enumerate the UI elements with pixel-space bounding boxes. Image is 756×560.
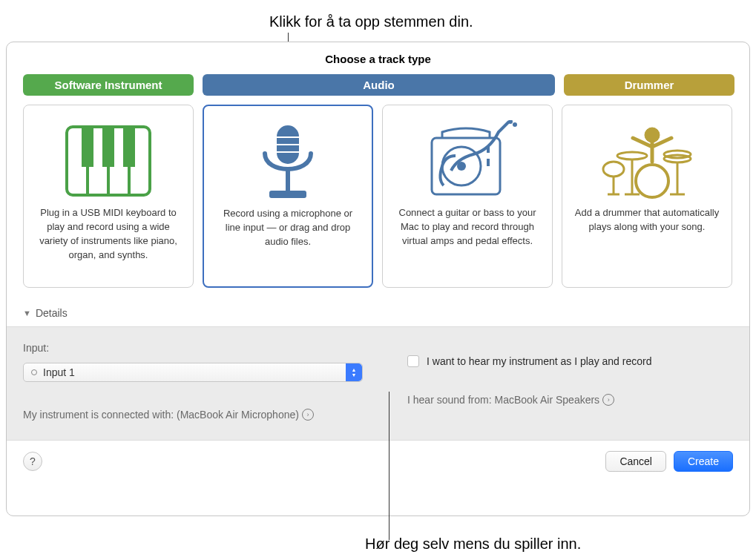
track-type-dialog: Choose a track type Software Instrument … [6, 42, 750, 516]
details-panel: Input: Input 1 ▲▼ My instrument is conne… [7, 326, 749, 441]
cards-row: Plug in a USB MIDI keyboard to play and … [7, 96, 749, 288]
input-label: Input: [23, 342, 363, 354]
details-label: Details [36, 307, 68, 319]
svg-point-26 [636, 165, 668, 197]
svg-rect-5 [102, 127, 114, 167]
output-device-info[interactable]: I hear sound from: MacBook Air Speakers … [407, 394, 733, 406]
details-right-column: I want to hear my instrument as I play a… [407, 342, 733, 421]
monitor-label: I want to hear my instrument as I play a… [427, 355, 651, 367]
category-audio[interactable]: Audio [203, 74, 555, 96]
svg-point-20 [645, 128, 660, 142]
card-guitar-desc: Connect a guitar or bass to your Mac to … [392, 206, 543, 248]
help-button[interactable]: ? [23, 452, 42, 471]
dialog-title: Choose a track type [7, 42, 749, 74]
details-disclosure[interactable]: ▼ Details [7, 288, 749, 326]
category-row: Software Instrument Audio Drummer [7, 74, 749, 96]
arrow-right-circle-icon: › [302, 409, 314, 421]
monitor-checkbox-row[interactable]: I want to hear my instrument as I play a… [407, 355, 733, 367]
select-arrows-icon: ▲▼ [346, 363, 362, 381]
card-mic-desc: Record using a microphone or line input … [213, 207, 363, 249]
arrow-right-circle-icon: › [602, 394, 614, 406]
monitor-checkbox[interactable] [407, 355, 419, 367]
dialog-footer: ? Cancel Create [7, 441, 749, 482]
guitar-amp-icon [392, 116, 543, 206]
chevron-down-icon: ▼ [23, 309, 31, 317]
callout-hear-yourself: Hør deg selv mens du spiller inn. [365, 536, 581, 553]
card-microphone[interactable]: Record using a microphone or line input … [203, 105, 373, 288]
svg-point-27 [603, 162, 624, 177]
card-software-desc: Plug in a USB MIDI keyboard to play and … [33, 206, 184, 262]
card-drummer-desc: Add a drummer that automatically plays a… [571, 206, 723, 234]
input-value: Input 1 [43, 366, 75, 378]
details-left-column: Input: Input 1 ▲▼ My instrument is conne… [23, 342, 363, 421]
cancel-button[interactable]: Cancel [605, 451, 666, 472]
drummer-icon [571, 116, 723, 206]
input-device-info[interactable]: My instrument is connected with: (MacBoo… [23, 409, 363, 421]
piano-keys-icon [33, 116, 184, 206]
create-button[interactable]: Create [674, 451, 733, 472]
svg-rect-4 [82, 127, 93, 167]
svg-rect-12 [269, 191, 306, 198]
microphone-icon [213, 116, 363, 207]
svg-point-19 [513, 122, 517, 127]
svg-rect-6 [123, 127, 135, 167]
callout-record-voice: Klikk for å ta opp stemmen din. [269, 13, 473, 30]
card-drummer[interactable]: Add a drummer that automatically plays a… [562, 105, 732, 288]
input-select[interactable]: Input 1 ▲▼ [23, 363, 363, 382]
category-software-instrument[interactable]: Software Instrument [23, 74, 194, 96]
connected-text: My instrument is connected with: (MacBoo… [23, 409, 299, 421]
svg-rect-17 [487, 159, 490, 166]
output-text: I hear sound from: MacBook Air Speakers [407, 394, 599, 406]
callout-line-bottom [389, 392, 389, 540]
category-drummer[interactable]: Drummer [564, 74, 734, 96]
card-guitar[interactable]: Connect a guitar or bass to your Mac to … [382, 105, 553, 288]
input-channel-icon [31, 369, 37, 375]
svg-point-21 [617, 152, 647, 159]
card-software-instrument[interactable]: Plug in a USB MIDI keyboard to play and … [23, 105, 194, 288]
